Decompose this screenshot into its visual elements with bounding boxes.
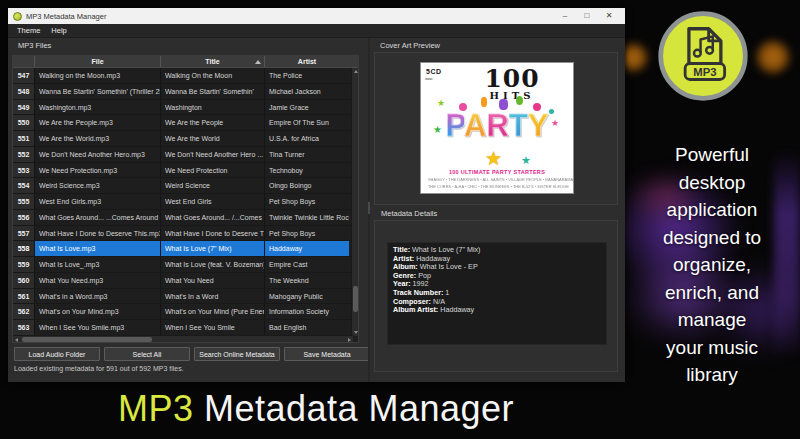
file-table: File Title Artist 547Walking on the Moon… [12,55,359,343]
cell-file: West End Girls.mp3 [35,194,161,209]
table-row[interactable]: 556What Goes Around... ...Comes Around .… [13,210,358,226]
album-art-title-100: 100 [451,64,573,93]
cell-title: What You Need [161,273,265,288]
table-row[interactable]: 552We Don't Need Another Hero.mp3We Don'… [13,147,358,163]
cell-title: We Need Protection [161,163,265,178]
table-row[interactable]: 553We Need Protection.mp3We Need Protect… [13,163,358,179]
table-row[interactable]: 551We Are the World.mp3We Are the WorldU… [13,131,358,147]
cell-num: 551 [13,131,35,146]
cell-artist: Michael Jackson [265,84,349,99]
header-row-number[interactable] [13,56,35,67]
button-select-all[interactable]: Select All [104,347,190,361]
table-row[interactable]: 550We Are the People.mp3We Are the Peopl… [13,115,358,131]
scroll-down-icon[interactable] [354,331,358,334]
mp3-badge-icon: MP3 [656,9,750,103]
metadata-field: Album Artist: Haddaway [393,306,606,315]
cell-file: What's on Your Mind.mp3 [35,304,161,319]
metadata-fields: Title: What Is Love (7" Mix)Artist: Hadd… [387,242,607,345]
button-load-audio-folder[interactable]: Load Audio Folder [14,347,100,361]
menu-item-theme[interactable]: Theme [17,26,40,35]
cell-num: 547 [13,68,35,83]
cell-title: Washington [161,100,265,115]
cell-artist: Pet Shop Boys [265,226,349,241]
cell-num: 556 [13,210,35,225]
cell-num: 548 [13,84,35,99]
star-icon: ★ [521,155,531,166]
cell-artist: Tina Turner [265,147,349,162]
cell-title: What Is Love (7" Mix) [161,241,265,256]
table-row[interactable]: 561What's in a Word.mp3What's In a WordM… [13,289,358,305]
cell-title: Weird Science [161,178,265,193]
cell-file: Weird Science.mp3 [35,178,161,193]
album-art-subtitle: 100 ULTIMATE PARTY STARTERS [421,169,573,175]
cell-file: We Are the People.mp3 [35,115,161,130]
metadata-panel-label: Metadata Details [381,209,437,218]
cell-title: When I See You Smile [161,320,265,335]
cell-num: 557 [13,226,35,241]
cell-num: 550 [13,115,35,130]
scroll-up-icon[interactable] [354,70,358,73]
banner-tagline: Powerful desktop application designed to… [636,141,788,389]
button-save-metadata[interactable]: Save Metadata [284,347,370,361]
button-row: Load Audio FolderSelect AllSearch Online… [14,347,370,361]
cell-file: What Is Love.mp3 [35,241,161,256]
cell-title: We Don't Need Another Hero ... [161,147,265,162]
footer-title: MP3 Metadata Manager [0,388,632,430]
minimize-button[interactable]: – [554,8,576,24]
cell-artist: Twinkle Twinkle Little Rock Star [265,210,349,225]
cell-artist: U.S.A. for Africa [265,131,349,146]
cell-file: What You Need.mp3 [35,273,161,288]
header-file[interactable]: File [35,56,161,67]
star-icon: ★ [551,119,559,128]
maximize-button[interactable]: □ [576,8,598,24]
album-art-disc-icons: oooo [425,76,432,81]
button-search-online-metadata[interactable]: Search Online Metadata [194,347,280,361]
cell-title: What's In a Word [161,289,265,304]
close-button[interactable]: ✕ [598,8,620,24]
vertical-scrollbar-thumb[interactable] [353,286,358,312]
table-row[interactable]: 560What You Need.mp3What You NeedThe Wee… [13,273,358,289]
app-logo-icon [13,12,22,21]
table-row[interactable]: 555West End Girls.mp3West End GirlsPet S… [13,194,358,210]
footer-title-rest: Metadata Manager [193,388,514,429]
file-table-body: 547Walking on the Moon.mp3Walking On the… [13,68,358,336]
cell-artist: Pet Shop Boys [265,194,349,209]
cell-artist: Haddaway [265,241,349,256]
cell-num: 555 [13,194,35,209]
header-artist[interactable]: Artist [265,56,349,67]
table-row[interactable]: 558What Is Love.mp3What Is Love (7" Mix)… [13,241,358,257]
album-art-disc-badge: 5CD [426,68,442,75]
table-row[interactable]: 548Wanna Be Startin' Somethin' (Thriller… [13,84,358,100]
table-row[interactable]: 562What's on Your Mind.mp3What's on Your… [13,304,358,320]
cell-num: 558 [13,241,35,256]
scroll-right-icon[interactable] [348,338,351,342]
table-row[interactable]: 547Walking on the Moon.mp3Walking On the… [13,68,358,84]
menu-item-help[interactable]: Help [51,26,66,35]
table-row[interactable]: 559What Is Love_.mp3What Is Love (feat. … [13,257,358,273]
table-row[interactable]: 549Washington.mp3WashingtonJamie Grace [13,100,358,116]
sort-ascending-icon [255,60,261,64]
album-art-artists-line1: SHAGGY • THE DARKNESS • ALL SAINTS • VIL… [428,178,566,182]
horizontal-scrollbar[interactable] [13,335,353,342]
vertical-scrollbar[interactable] [351,68,358,336]
star-icon: ★ [433,125,442,135]
cover-art-panel: 5CD oooo 100 HITS PARTY ★ ★ ★ ★ ★ 100 UL… [374,52,618,205]
cell-file: When I See You Smile.mp3 [35,320,161,335]
horizontal-scrollbar-thumb[interactable] [22,337,152,342]
header-title[interactable]: Title [161,56,265,67]
table-row[interactable]: 554Weird Science.mp3Weird ScienceOingo B… [13,178,358,194]
cell-title: What Have I Done to Deserve This... [161,226,265,241]
app-window: MP3 Metadata Manager – □ ✕ ThemeHelp MP3… [8,8,625,382]
window-controls: – □ ✕ [554,8,620,24]
cell-file: Washington.mp3 [35,100,161,115]
cell-title: Walking On the Moon [161,68,265,83]
table-row[interactable]: 557What Have I Done to Deserve This.mp3W… [13,226,358,242]
star-icon: ★ [485,149,502,168]
status-text: Loaded existing metadata for 591 out of … [14,365,184,372]
pane-splitter[interactable] [368,38,370,382]
cell-artist: Information Society [265,304,349,319]
window-title: MP3 Metadata Manager [26,12,106,21]
paint-splash-decoration [481,97,487,107]
scroll-left-icon[interactable] [15,338,18,342]
table-row[interactable]: 563When I See You Smile.mp3When I See Yo… [13,320,358,336]
